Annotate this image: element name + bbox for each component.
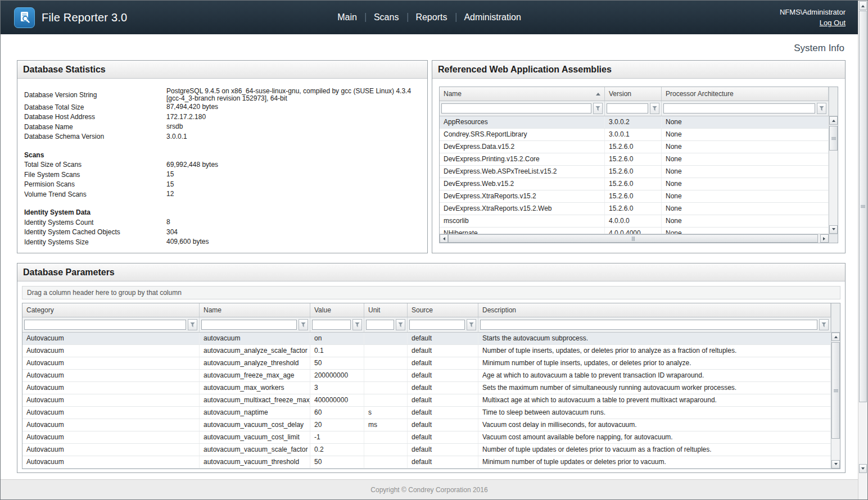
scroll-left-button[interactable]	[440, 234, 448, 243]
filter-button-name[interactable]	[593, 103, 603, 114]
filter-input-name[interactable]	[441, 103, 591, 113]
stat-value: 15	[166, 171, 421, 178]
scrollbar-thumb[interactable]	[448, 234, 818, 243]
assemblies-scroll-column	[829, 87, 838, 234]
assembly-row[interactable]: DevExpress.XtraReports.v15.2 15.2.6.0 No…	[440, 190, 829, 203]
assembly-name-cell: AppResources	[440, 116, 605, 128]
filter-input-version[interactable]	[607, 103, 648, 113]
parameter-row[interactable]: Autovacuum autovacuum_vacuum_cost_limit …	[22, 431, 831, 444]
parameter-value-cell: 20	[310, 419, 364, 431]
assembly-row[interactable]: Condrey.SRS.ReportLibrary 3.0.0.1 None	[440, 129, 829, 141]
scrollbar-thumb[interactable]	[831, 342, 840, 439]
page-vertical-scrollbar[interactable]	[858, 1, 867, 499]
parameters-scroll-column	[831, 303, 840, 469]
filter-input-unit[interactable]	[366, 320, 394, 330]
logout-link[interactable]: Log Out	[820, 19, 846, 27]
assembly-row[interactable]: AppResources 3.0.0.2 None	[440, 116, 829, 129]
parameter-source-cell: default	[408, 370, 478, 381]
parameter-unit-cell	[364, 382, 408, 394]
filter-input-category[interactable]	[24, 320, 186, 330]
assembly-version-cell: 15.2.6.0	[605, 141, 662, 153]
assembly-name-cell: DevExpress.Web.ASPxTreeList.v15.2	[440, 166, 605, 178]
assembly-row[interactable]: DevExpress.Web.v15.2 15.2.6.0 None	[440, 178, 829, 190]
filter-input-source[interactable]	[409, 320, 465, 330]
thumb-grip-icon	[831, 137, 836, 140]
scrollbar-thumb[interactable]	[829, 126, 838, 151]
filter-button-unit[interactable]	[396, 319, 405, 330]
assembly-architecture-cell: None	[662, 203, 829, 215]
assembly-version-cell: 15.2.6.0	[605, 153, 662, 165]
page-scroll-up-button[interactable]	[859, 1, 867, 10]
scroll-up-button[interactable]	[829, 116, 838, 125]
parameter-row[interactable]: Autovacuum autovacuum on default Starts …	[22, 333, 831, 345]
nav-item[interactable]: Scans	[365, 12, 407, 22]
nav-item[interactable]: Administration	[455, 12, 529, 22]
scroll-up-button[interactable]	[831, 333, 840, 341]
parameters-table-body: Autovacuum autovacuum on default Starts …	[22, 333, 831, 469]
filter-button-architecture[interactable]	[817, 103, 826, 114]
assembly-row[interactable]: DevExpress.Web.ASPxTreeList.v15.2 15.2.6…	[440, 166, 829, 178]
assembly-row[interactable]: DevExpress.Data.v15.2 15.2.6.0 None	[440, 141, 829, 153]
scrollbar-track[interactable]	[831, 341, 840, 460]
column-header-version[interactable]: Version	[605, 87, 662, 101]
parameter-row[interactable]: Autovacuum autovacuum_freeze_max_age 200…	[22, 370, 831, 382]
page-scrollbar-thumb[interactable]	[859, 11, 867, 402]
parameter-row[interactable]: Autovacuum autovacuum_max_workers 3 defa…	[22, 382, 831, 394]
filter-input-description[interactable]	[480, 320, 817, 330]
scroll-down-button[interactable]	[829, 225, 838, 234]
parameter-category-cell: Autovacuum	[22, 357, 200, 369]
column-header-processor-architecture[interactable]: Processor Architecture	[662, 87, 829, 101]
filter-button-version[interactable]	[650, 103, 659, 114]
scrollbar-track[interactable]	[448, 234, 820, 243]
column-header-name[interactable]: Name	[440, 87, 605, 101]
filter-input-architecture[interactable]	[663, 103, 815, 113]
parameter-row[interactable]: Autovacuum autovacuum_vacuum_scale_facto…	[22, 444, 831, 456]
parameter-name-cell: autovacuum_analyze_threshold	[200, 357, 310, 369]
scroll-right-button[interactable]	[820, 234, 829, 243]
nav-item[interactable]: Main	[329, 12, 365, 22]
scrollbar-track[interactable]	[829, 125, 838, 225]
filter-button-description[interactable]	[819, 319, 829, 330]
filter-button-name[interactable]	[299, 319, 308, 330]
filter-button-category[interactable]	[188, 319, 197, 330]
parameter-row[interactable]: Autovacuum autovacuum_vacuum_threshold 5…	[22, 456, 831, 469]
column-header-unit[interactable]: Unit	[364, 303, 408, 317]
parameter-row[interactable]: Autovacuum autovacuum_vacuum_cost_delay …	[22, 419, 831, 431]
column-header-name[interactable]: Name	[200, 303, 310, 317]
filter-input-value[interactable]	[312, 320, 351, 330]
funnel-icon	[469, 322, 474, 328]
parameter-name-cell: autovacuum_freeze_max_age	[200, 370, 310, 381]
parameter-value-cell: 0.2	[310, 444, 364, 456]
column-header-category[interactable]: Category	[22, 303, 200, 317]
column-header-value[interactable]: Value	[310, 303, 364, 317]
assembly-architecture-cell: None	[662, 116, 829, 128]
parameter-unit-cell	[364, 456, 408, 468]
filter-input-name[interactable]	[201, 320, 297, 330]
parameter-row[interactable]: Autovacuum autovacuum_naptime 60 s defau…	[22, 407, 831, 419]
assemblies-vertical-scrollbar[interactable]	[829, 116, 838, 234]
page-scroll-down-button[interactable]	[859, 464, 867, 473]
parameters-vertical-scrollbar[interactable]	[831, 333, 840, 469]
column-header-source[interactable]: Source	[408, 303, 478, 317]
nav-item[interactable]: Reports	[407, 12, 455, 22]
parameter-row[interactable]: Autovacuum autovacuum_analyze_threshold …	[22, 357, 831, 370]
filter-button-source[interactable]	[467, 319, 476, 330]
assembly-row[interactable]: mscorlib 4.0.0.0 None	[440, 215, 829, 228]
assembly-row[interactable]: NHibernate 4.0.0.4000 None	[440, 228, 829, 234]
parameter-row[interactable]: Autovacuum autovacuum_analyze_scale_fact…	[22, 345, 831, 357]
assembly-row[interactable]: DevExpress.XtraReports.v15.2.Web 15.2.6.…	[440, 203, 829, 215]
group-by-panel[interactable]: Drag a column header here to group by th…	[22, 286, 840, 299]
stat-value: 15	[166, 181, 421, 188]
parameter-category-cell: Autovacuum	[22, 382, 200, 394]
assemblies-horizontal-scrollbar[interactable]	[440, 234, 838, 243]
assembly-name-cell: mscorlib	[440, 215, 605, 227]
parameter-value-cell: -1	[310, 431, 364, 443]
assembly-row[interactable]: DevExpress.Printing.v15.2.Core 15.2.6.0 …	[440, 153, 829, 166]
assembly-version-cell: 4.0.0.4000	[605, 228, 662, 234]
parameter-row[interactable]: Autovacuum autovacuum_multixact_freeze_m…	[22, 394, 831, 407]
scroll-down-button[interactable]	[831, 460, 840, 469]
filter-button-value[interactable]	[352, 319, 362, 330]
column-header-description[interactable]: Description	[478, 303, 831, 317]
funnel-icon	[819, 106, 824, 111]
parameter-source-cell: default	[408, 382, 478, 394]
